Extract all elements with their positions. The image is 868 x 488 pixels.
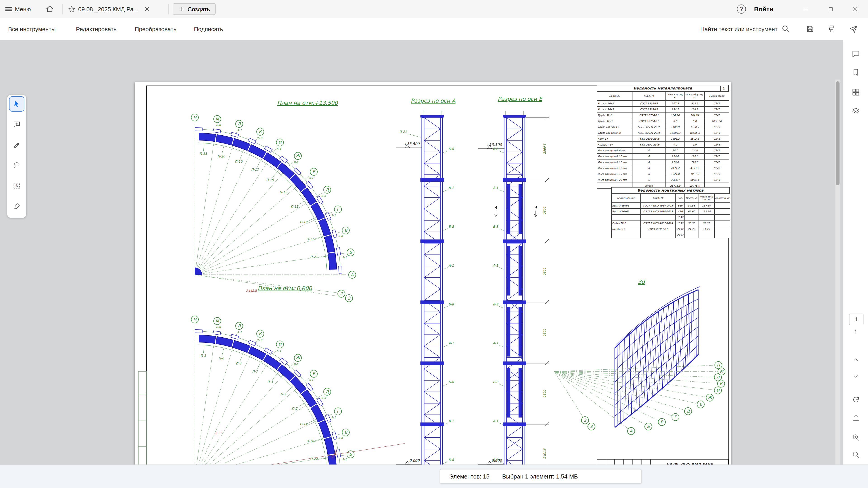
layers-panel-button[interactable] [849,105,862,118]
home-button[interactable] [45,0,54,18]
tool-all-tools[interactable]: Все инструменты [8,18,56,40]
help-icon: ? [737,4,746,13]
table-row: ПрофильГОСТ, ТУМасса нетто, кгМасса брут… [597,92,729,101]
table-cell: 0.0 [685,118,705,124]
save-button[interactable] [806,18,815,40]
table-cell: Гайка М16 [612,220,640,226]
cad-geometry [499,384,504,386]
rotate-refresh-button[interactable] [849,393,862,406]
section-e-elev-top: +13,500 [486,142,502,147]
cad-geometry [325,414,331,422]
search-button[interactable] [781,18,790,40]
tool-sign[interactable]: Подписать [194,18,223,40]
cad-geometry [523,118,525,464]
add-text-tool[interactable]: A [9,178,24,193]
tool-convert[interactable]: Преобразовать [135,18,177,40]
brace-mark: А-1 [493,264,498,267]
zoom-out-button[interactable] [849,448,862,461]
zoom-in-icon [851,433,860,442]
table-cell: Масса нетто, кг [666,92,685,101]
highlight-tool[interactable] [9,138,24,152]
table-cell: Лист толщиной 10 мм [597,153,632,159]
document-tab[interactable]: 09.08._2025 КМД Ра... [68,0,165,18]
cad-geometry [421,239,444,243]
signin-button[interactable]: Войти [754,0,773,18]
dimension-value: 2500 [543,206,546,215]
table-cell: С245 [705,130,729,136]
part-mark: П-21 [310,255,318,259]
app-menu-button[interactable]: Меню [5,0,31,18]
change-cell [624,459,633,464]
cad-geometry [627,336,629,416]
cad-geometry [424,220,440,232]
cad-geometry [632,332,634,412]
table-cell: Масса 1000 шт, кг [698,194,715,203]
tool-edit[interactable]: Редактировать [76,18,117,40]
vertical-scroll-thumb[interactable] [836,81,839,185]
change-cell [606,459,615,464]
drawing-labels: План на отм.+13.500 План на отм. 0,000 Р… [215,96,645,464]
cad-geometry [424,289,440,300]
help-button[interactable]: ? [737,0,746,18]
page-number-input[interactable]: 1 [849,314,864,325]
brace-mark: А-1 [493,419,498,423]
cad-geometry [265,348,272,354]
close-button[interactable] [845,0,866,18]
table-title: Ведомость металлопроката2 [597,85,729,92]
section-a-elev-top: +13,500 [404,142,420,146]
dimension-value: 2401.5 [543,448,546,459]
vertical-scrollbar[interactable] [835,79,840,464]
collapse-down-button[interactable] [849,370,862,383]
table-row: Уголок 70х5ГОСТ 8509-93134.2134.2С245 [597,106,729,112]
print-button[interactable] [827,18,836,40]
comments-panel-button[interactable] [849,47,862,60]
table-cell: Труба ПК 60х3.0 [597,124,632,130]
table-cell: Труба 32х3 [597,112,632,118]
cad-geometry [286,386,293,393]
cad-geometry [424,369,440,381]
cad-geometry [519,307,522,357]
table-cell: 134.2 [666,106,685,112]
plan-bottom-view: НМЛКИЖЕДГВБАП-1П-6П-4П-7П-3П-5П-2П-14П-1… [191,316,407,464]
collapse-up-button[interactable] [849,353,862,366]
table-cell: ГОСТ, ТУ [632,92,666,101]
minimize-button[interactable] [795,0,816,18]
export-button[interactable] [849,412,862,424]
section-a-elev-zero: 0,000 [409,458,420,463]
table-cell: Масса брутто, кг [685,92,705,101]
zoom-in-button[interactable] [849,431,862,444]
sign-tool[interactable] [9,199,24,213]
table-cell: С245 [705,165,729,171]
cad-geometry [424,266,440,278]
brace-mark: Б-8 [493,147,498,151]
maximize-button[interactable] [820,0,841,18]
cad-geometry [615,299,699,359]
comment-tool[interactable] [9,117,24,131]
table-cell: Лист толщиной 15 мм [597,159,632,165]
cad-geometry [506,449,523,460]
share-mail-button[interactable] [849,18,858,40]
tab-close-icon[interactable] [144,6,150,12]
brace-mark: А-1 [493,186,498,190]
axis-bubble-label: Б [349,250,352,255]
cad-geometry [213,331,221,335]
bookmarks-panel-button[interactable] [849,66,862,78]
cad-geometry [332,230,337,238]
cad-geometry [696,291,696,357]
part-mark: П-2 [292,407,298,410]
cad-geometry [554,365,718,371]
brace-mark: Б-8 [448,380,454,384]
brace-mark: Б-8 [493,302,498,306]
cad-geometry [686,295,688,365]
cad-geometry [424,209,440,221]
table-cell: 0 [632,153,666,159]
create-button[interactable]: Создать [173,3,216,15]
axis-bubble-label: М [720,369,724,374]
right-rail: 1 1 [843,40,868,464]
part-mark: П-15 [199,152,207,156]
lasso-tool[interactable] [9,158,24,173]
search-field[interactable]: Найти текст или инструмент [683,18,778,40]
select-tool[interactable] [9,97,24,111]
thumbnails-panel-button[interactable] [849,86,862,98]
section-e-view: Б-8А-1Б-8А-1Б-8А-1Б-8А-1Б-823 [493,111,528,464]
